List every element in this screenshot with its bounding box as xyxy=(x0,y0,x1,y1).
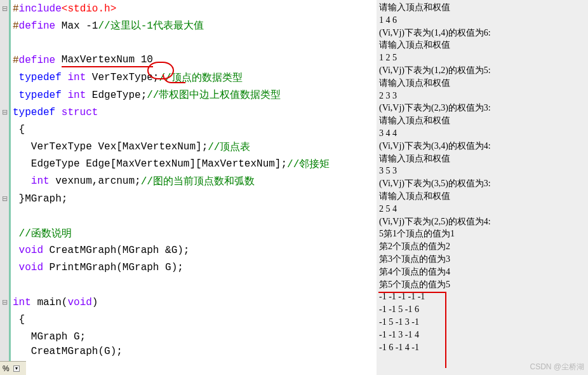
fold-toggle[interactable]: ⊟ xyxy=(0,0,9,17)
include-header: <stdio.h> xyxy=(62,3,116,15)
output-line: (Vi,Vj)下表为(1,2)的权值为5: xyxy=(379,64,585,77)
code-text: EdgeType Edge[MaxVertexNum][MaxVertexNum… xyxy=(13,158,287,170)
comment: //这里以-1代表最大值 xyxy=(98,19,203,32)
define-kw: define xyxy=(19,20,56,32)
code-text: vexnum,arcnum; xyxy=(50,175,141,187)
code-text: CreatMGraph(MGraph &G); xyxy=(43,245,189,256)
code-line[interactable]: VerTexType Vex[MaxVertexNum];//顶点表 xyxy=(10,139,377,156)
output-line: 请输入顶点和权值 xyxy=(379,77,585,90)
fold-toggle[interactable]: ⊟ xyxy=(0,294,9,311)
watermark: CSDN @尘桥湖 xyxy=(530,362,584,372)
pp: # xyxy=(13,55,19,66)
comment: //函数说明 xyxy=(13,227,72,240)
annotation-matrix-border-right xyxy=(445,292,446,368)
output-line: (Vi,Vj)下表为(3,4)的权值为4: xyxy=(379,140,585,153)
output-line: 3 5 3 xyxy=(379,165,585,177)
output-line: -1 -1 5 -1 6 xyxy=(379,303,585,316)
code-line[interactable]: int vexnum,arcnum;//图的当前顶点数和弧数 xyxy=(10,173,377,190)
output-line: 请输入顶点和权值 xyxy=(379,114,585,127)
code-line[interactable]: EdgeType Edge[MaxVertexNum][MaxVertexNum… xyxy=(10,156,377,173)
output-line: 2 5 4 xyxy=(379,203,585,215)
code-line[interactable]: int main(void) xyxy=(10,294,377,311)
dropdown-icon[interactable]: ▾ xyxy=(13,365,20,372)
code-line[interactable]: }MGraph; xyxy=(10,190,377,207)
fold-toggle[interactable]: ⊟ xyxy=(0,104,9,121)
code-line[interactable]: typedef struct xyxy=(10,104,377,121)
code-body[interactable]: #include<stdio.h> #define Max -1//这里以-1代… xyxy=(9,0,377,375)
output-line: 第2个顶点的值为2 xyxy=(379,240,585,253)
type: int xyxy=(13,175,50,187)
keyword: typedef xyxy=(13,107,62,118)
comment: //带权图中边上权值数据类型 xyxy=(147,88,281,102)
type: void xyxy=(13,262,43,273)
code-text: EdgeType; xyxy=(86,90,147,101)
keyword: typedef xyxy=(13,90,67,101)
comment: //图的当前顶点数和弧数 xyxy=(141,175,255,188)
pp: # xyxy=(13,3,19,15)
type: struct xyxy=(62,107,98,118)
code-text: VerTexType Vex[MaxVertexNum]; xyxy=(13,141,208,153)
code-line[interactable]: void CreatMGraph(MGraph &G); xyxy=(10,242,377,259)
status-percent: % xyxy=(3,364,10,373)
code-line[interactable]: void PrintMGraph(MGraph G); xyxy=(10,259,377,276)
code-line[interactable]: MGraph G; xyxy=(10,329,377,346)
code-text-underlined: MaxVertexNum 10 xyxy=(62,54,153,67)
output-line: 3 4 4 xyxy=(379,127,585,140)
define-kw: define xyxy=(19,55,56,66)
code-line[interactable]: typedef int VerTexType;//顶点的数据类型 xyxy=(10,69,377,86)
code-text: MGraph G; xyxy=(13,331,86,343)
code-line[interactable]: { xyxy=(10,311,377,328)
status-bar: % ▾ xyxy=(0,361,26,375)
code-text: }MGraph; xyxy=(13,193,67,205)
fold-bar xyxy=(9,0,11,375)
output-line: 2 3 3 xyxy=(379,90,585,102)
output-line: 请输入顶点和权值 xyxy=(379,153,585,165)
code-line[interactable]: CreatMGraph(G); xyxy=(10,346,377,357)
code-line[interactable]: typedef int EdgeType;//带权图中边上权值数据类型 xyxy=(10,86,377,104)
code-text: { xyxy=(13,124,25,135)
code-line[interactable] xyxy=(10,207,377,224)
type: int xyxy=(67,90,86,101)
code-text xyxy=(55,55,62,66)
code-line[interactable] xyxy=(10,34,377,51)
type: int xyxy=(13,297,31,308)
type: int xyxy=(67,72,86,83)
output-line: (Vi,Vj)下表为(1,4)的权值为6: xyxy=(379,27,585,39)
fold-gutter[interactable]: ⊟ ⊟ ⊟ ⊟ xyxy=(0,0,9,375)
output-line: 第4个顶点的值为4 xyxy=(379,266,585,278)
include-kw: include xyxy=(19,3,62,15)
code-line[interactable]: //函数说明 xyxy=(10,224,377,242)
comment: //邻接矩 xyxy=(287,158,330,171)
code-text: { xyxy=(13,314,25,325)
output-line: 第3个顶点的值为3 xyxy=(379,253,585,266)
console-output-pane[interactable]: 请输入顶点和权值 1 4 6 (Vi,Vj)下表为(1,4)的权值为6: 请输入… xyxy=(377,0,588,375)
output-line: (Vi,Vj)下表为(3,5)的权值为3: xyxy=(379,177,585,190)
code-text: ) xyxy=(92,297,98,308)
fold-toggle[interactable]: ⊟ xyxy=(0,190,9,207)
code-text: main( xyxy=(31,297,68,308)
comment: //顶点表 xyxy=(208,140,250,154)
output-line: 请输入顶点和权值 xyxy=(379,39,585,51)
output-line: 1 4 6 xyxy=(379,14,585,27)
code-text: Max -1 xyxy=(55,20,98,32)
pp: # xyxy=(13,20,19,32)
output-line: 第5个顶点的值为5 xyxy=(379,278,585,291)
code-line[interactable]: #define MaxVertexNum 10 xyxy=(10,52,377,69)
code-text: PrintMGraph(MGraph G); xyxy=(43,262,184,273)
code-line[interactable]: { xyxy=(10,121,377,138)
code-text: CreatMGraph(G); xyxy=(13,346,123,357)
output-line: (Vi,Vj)下表为(2,5)的权值为4: xyxy=(379,215,585,228)
output-line: 5第1个顶点的值为1 xyxy=(379,228,585,240)
main-container: ⊟ ⊟ ⊟ ⊟ #include<stdio.h> #define Max -1… xyxy=(0,0,588,375)
output-line: 请输入顶点和权值 xyxy=(379,190,585,203)
code-line[interactable]: #define Max -1//这里以-1代表最大值 xyxy=(10,17,377,34)
output-line: -1 5 -1 3 -1 xyxy=(379,316,585,329)
output-line: -1 -1 3 -1 4 xyxy=(379,329,585,341)
code-text: VerTexType; xyxy=(86,72,159,83)
code-editor-pane[interactable]: ⊟ ⊟ ⊟ ⊟ #include<stdio.h> #define Max -1… xyxy=(0,0,377,375)
code-line[interactable]: #include<stdio.h> xyxy=(10,0,377,17)
output-line: (Vi,Vj)下表为(2,3)的权值为3: xyxy=(379,102,585,114)
type: void xyxy=(13,245,43,256)
code-line[interactable] xyxy=(10,276,377,294)
output-line: -1 6 -1 4 -1 xyxy=(379,341,585,354)
